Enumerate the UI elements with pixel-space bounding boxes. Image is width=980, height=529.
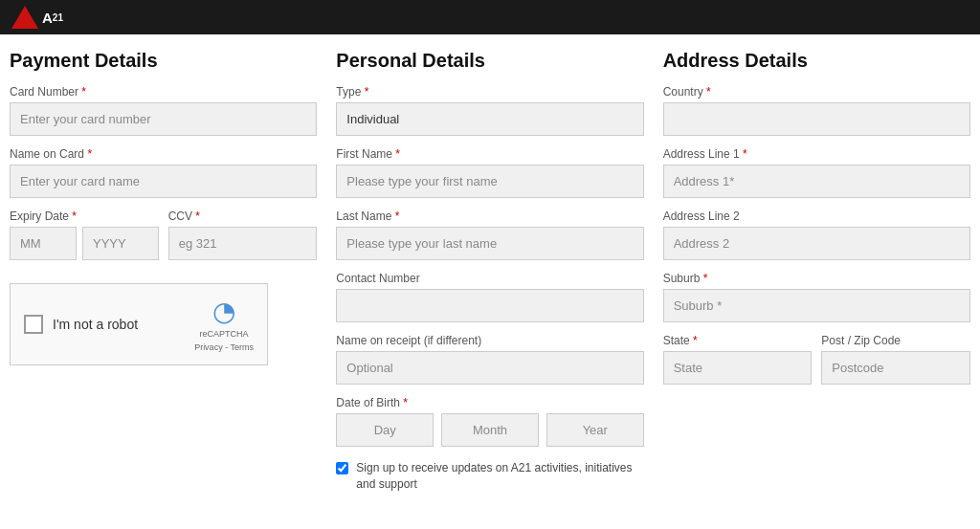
last-name-label: Last Name * — [336, 209, 643, 223]
state-input[interactable] — [663, 351, 813, 385]
contact-input[interactable] — [336, 289, 643, 322]
postcode-input[interactable] — [821, 351, 970, 385]
suburb-label: Suburb * — [663, 272, 970, 285]
logo-a: A — [42, 10, 53, 26]
country-group: Country * — [663, 85, 970, 136]
dob-year-input[interactable] — [546, 413, 644, 447]
logo-number: 21 — [53, 12, 63, 23]
personal-title: Personal Details — [336, 50, 643, 72]
ccv-group: CCV * — [168, 209, 318, 272]
personal-column: Personal Details Type * Individual First… — [336, 50, 643, 493]
country-label: Country * — [663, 85, 970, 99]
address-column: Address Details Country * Address Line 1… — [663, 50, 970, 493]
signup-label: Sign up to receive updates on A21 activi… — [356, 460, 643, 493]
name-on-card-input[interactable] — [10, 165, 317, 198]
first-name-group: First Name * — [336, 147, 643, 198]
expiry-group: Expiry Date * — [10, 209, 159, 272]
ccv-label: CCV * — [168, 209, 318, 223]
address2-label: Address Line 2 — [663, 209, 970, 223]
dob-month-input[interactable] — [441, 413, 539, 447]
dob-day-input[interactable] — [336, 413, 434, 447]
card-number-input[interactable] — [10, 102, 317, 136]
card-number-group: Card Number * — [10, 85, 317, 136]
logo-triangle — [11, 6, 38, 29]
country-input[interactable] — [663, 102, 970, 136]
suburb-input[interactable] — [663, 289, 970, 322]
expiry-label: Expiry Date * — [10, 209, 159, 223]
card-number-label: Card Number * — [10, 85, 317, 99]
dob-inputs — [336, 413, 643, 447]
type-label: Type * — [336, 85, 643, 99]
contact-group: Contact Number — [336, 272, 643, 322]
recaptcha-left: I'm not a robot — [24, 315, 138, 334]
name-on-card-label: Name on Card * — [10, 147, 317, 161]
recaptcha-label: I'm not a robot — [53, 317, 138, 332]
last-name-input[interactable] — [336, 227, 643, 260]
state-label: State * — [663, 334, 813, 347]
ccv-input[interactable] — [168, 227, 318, 260]
state-group: State * — [663, 334, 813, 396]
dob-group: Date of Birth * — [336, 396, 643, 447]
address1-input[interactable] — [663, 165, 970, 198]
recaptcha-checkbox[interactable] — [24, 315, 43, 334]
signup-checkbox[interactable] — [336, 462, 348, 474]
address2-group: Address Line 2 — [663, 209, 970, 260]
signup-row: Sign up to receive updates on A21 activi… — [336, 460, 643, 493]
expiry-yyyy-input[interactable] — [82, 227, 159, 260]
address1-group: Address Line 1 * — [663, 147, 970, 198]
receipt-name-group: Name on receipt (if different) — [336, 334, 643, 385]
type-select[interactable]: Individual — [336, 102, 643, 136]
state-postcode-row: State * Post / Zip Code — [663, 334, 970, 400]
address-title: Address Details — [663, 50, 970, 72]
contact-label: Contact Number — [336, 272, 643, 285]
suburb-group: Suburb * — [663, 272, 970, 322]
receipt-label: Name on receipt (if different) — [336, 334, 643, 347]
recaptcha-right: ◔ reCAPTCHA Privacy - Terms — [194, 296, 254, 353]
logo: A 21 — [11, 6, 63, 29]
first-name-label: First Name * — [336, 147, 643, 161]
address1-label: Address Line 1 * — [663, 147, 970, 161]
expiry-inputs — [10, 227, 159, 260]
postcode-group: Post / Zip Code — [821, 334, 970, 396]
receipt-name-input[interactable] — [336, 351, 643, 385]
recaptcha-box: I'm not a robot ◔ reCAPTCHA Privacy - Te… — [10, 283, 268, 365]
name-on-card-group: Name on Card * — [10, 147, 317, 198]
recaptcha-brand: reCAPTCHA — [200, 329, 249, 341]
expiry-ccv-row: Expiry Date * CCV * — [10, 209, 317, 276]
type-group: Type * Individual — [336, 85, 643, 136]
expiry-mm-input[interactable] — [10, 227, 77, 260]
payment-title: Payment Details — [10, 50, 317, 72]
topbar: A 21 — [0, 0, 980, 34]
recaptcha-links: Privacy - Terms — [194, 342, 254, 354]
last-name-group: Last Name * — [336, 209, 643, 260]
postcode-label: Post / Zip Code — [821, 334, 970, 347]
main-content: Payment Details Card Number * Name on Ca… — [0, 34, 980, 508]
address2-input[interactable] — [663, 227, 970, 260]
recaptcha-icon: ◔ — [212, 296, 235, 327]
first-name-input[interactable] — [336, 165, 643, 198]
payment-column: Payment Details Card Number * Name on Ca… — [10, 50, 317, 493]
dob-label: Date of Birth * — [336, 396, 643, 409]
